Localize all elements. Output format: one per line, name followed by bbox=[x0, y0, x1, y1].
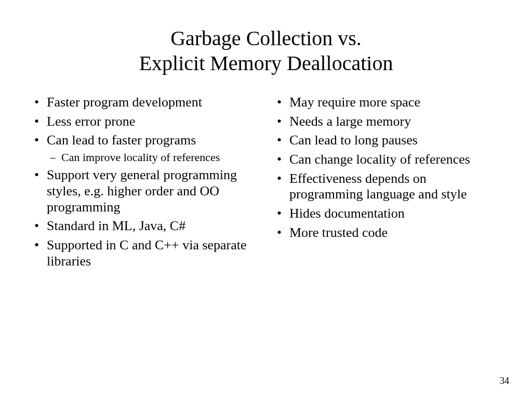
list-item: Can change locality of references bbox=[274, 152, 501, 168]
list-item: Hides documentation bbox=[274, 206, 501, 222]
list-item: More trusted code bbox=[274, 225, 501, 241]
sub-list: Can improve locality of references bbox=[47, 151, 258, 164]
list-item: Effectiveness depends on programming lan… bbox=[274, 171, 501, 203]
list-item: Standard in ML, Java, C# bbox=[31, 218, 258, 234]
list-item: Faster program development bbox=[31, 95, 258, 111]
list-item-text: Supported in C and C++ via separate libr… bbox=[47, 237, 247, 269]
sub-list-item-text: Can improve locality of references bbox=[61, 151, 220, 164]
sub-list-item: Can improve locality of references bbox=[47, 151, 258, 164]
list-item: Less error prone bbox=[31, 114, 258, 130]
right-list: May require more space Needs a large mem… bbox=[274, 95, 501, 241]
list-item: May require more space bbox=[274, 95, 501, 111]
list-item-text: More trusted code bbox=[289, 225, 388, 240]
list-item: Can lead to long pauses bbox=[274, 132, 501, 149]
right-column: May require more space Needs a large mem… bbox=[274, 95, 501, 378]
list-item: Support very general programming styles,… bbox=[31, 167, 258, 215]
list-item-text: May require more space bbox=[289, 95, 420, 110]
left-list: Faster program development Less error pr… bbox=[31, 95, 258, 269]
title-line-1: Garbage Collection vs. bbox=[170, 26, 362, 50]
content-columns: Faster program development Less error pr… bbox=[31, 95, 501, 378]
slide: Garbage Collection vs. Explicit Memory D… bbox=[0, 0, 532, 399]
title-line-2: Explicit Memory Deallocation bbox=[139, 51, 393, 75]
list-item-text: Can lead to long pauses bbox=[289, 132, 418, 148]
list-item-text: Faster program development bbox=[47, 95, 202, 110]
list-item: Needs a large memory bbox=[274, 114, 501, 130]
list-item-text: Standard in ML, Java, C# bbox=[47, 218, 185, 233]
list-item: Can lead to faster programs Can improve … bbox=[31, 132, 258, 164]
page-number: 34 bbox=[500, 376, 509, 387]
list-item-text: Can change locality of references bbox=[289, 152, 470, 167]
list-item-text: Less error prone bbox=[47, 114, 135, 129]
list-item-text: Needs a large memory bbox=[289, 114, 411, 129]
list-item-text: Support very general programming styles,… bbox=[47, 167, 237, 214]
list-item-text: Effectiveness depends on programming lan… bbox=[289, 171, 467, 202]
list-item: Supported in C and C++ via separate libr… bbox=[31, 237, 258, 269]
slide-title: Garbage Collection vs. Explicit Memory D… bbox=[31, 26, 501, 76]
left-column: Faster program development Less error pr… bbox=[31, 95, 258, 378]
list-item-text: Hides documentation bbox=[289, 206, 405, 221]
list-item-text: Can lead to faster programs bbox=[47, 132, 196, 148]
